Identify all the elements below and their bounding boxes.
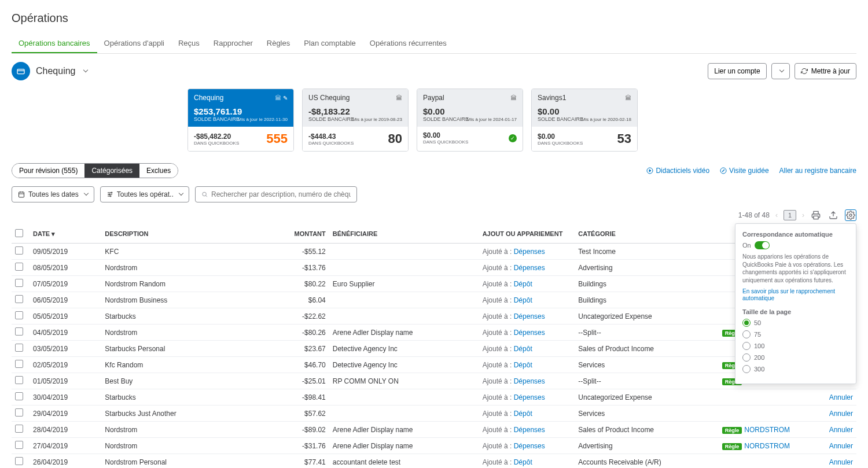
- added-link[interactable]: Dépenses: [514, 312, 545, 320]
- subtab[interactable]: Catégorisées: [84, 164, 139, 178]
- search-input[interactable]: [211, 190, 351, 198]
- added-link[interactable]: Dépenses: [514, 377, 545, 385]
- cancel-link[interactable]: Annuler: [829, 410, 853, 418]
- page-size-option[interactable]: 100: [742, 342, 849, 350]
- cancel-link[interactable]: Annuler: [829, 393, 853, 401]
- table-row[interactable]: 26/04/2019Nordstrom Personal$77.41accoun…: [12, 454, 856, 469]
- page-size-option[interactable]: 300: [742, 365, 849, 373]
- account-card[interactable]: Paypal🏛 $0.00SOLDE BANCAIREMis à jour le…: [417, 89, 523, 152]
- cancel-link[interactable]: Annuler: [829, 442, 853, 450]
- row-checkbox[interactable]: [15, 295, 23, 303]
- added-link[interactable]: Dépenses: [514, 426, 545, 434]
- row-checkbox[interactable]: [15, 441, 23, 449]
- nav-tab[interactable]: Plan comptable: [297, 34, 363, 53]
- added-link[interactable]: Dépôt: [514, 410, 532, 418]
- row-checkbox[interactable]: [15, 246, 23, 255]
- col-ajout[interactable]: AJOUT OU APPARIEMENT: [479, 224, 575, 244]
- table-row[interactable]: 30/04/2019Starbucks-$98.41Ajouté à : Dép…: [12, 389, 856, 406]
- row-checkbox[interactable]: [15, 327, 23, 336]
- auto-match-toggle[interactable]: [755, 241, 770, 249]
- search-box[interactable]: [195, 186, 357, 202]
- added-link[interactable]: Dépenses: [514, 329, 545, 337]
- row-checkbox[interactable]: [15, 392, 23, 400]
- link-account-button[interactable]: Lier un compte: [708, 63, 766, 79]
- added-link[interactable]: Dépôt: [514, 361, 532, 369]
- account-card[interactable]: US Chequing🏛 -$8,183.22SOLDE BANCAIREMis…: [302, 89, 409, 152]
- refresh-button[interactable]: Mettre à jour: [795, 63, 856, 79]
- col-montant[interactable]: MONTANT: [251, 224, 329, 244]
- select-all-checkbox[interactable]: [15, 229, 23, 237]
- rule-link[interactable]: NORDSTROM: [744, 442, 790, 450]
- nav-tab[interactable]: Opérations récurrentes: [363, 34, 454, 53]
- row-checkbox[interactable]: [15, 376, 23, 384]
- added-link[interactable]: Dépenses: [514, 248, 545, 256]
- table-row[interactable]: 09/05/2019KFC-$55.12Ajouté à : DépensesT…: [12, 244, 856, 260]
- col-benef[interactable]: BÉNÉFICIAIRE: [329, 224, 479, 244]
- page-size-label: 50: [754, 319, 761, 326]
- added-link[interactable]: Dépôt: [514, 458, 532, 466]
- page-prev[interactable]: ‹: [775, 211, 778, 219]
- go-to-register-link[interactable]: Aller au registre bancaire: [779, 167, 856, 175]
- table-row[interactable]: 07/05/2019Nordstrom Random$80.22Euro Sup…: [12, 276, 856, 292]
- guided-tour-link[interactable]: Visite guidée: [720, 167, 769, 175]
- cell-benef: [329, 260, 479, 276]
- subtab[interactable]: Exclues: [139, 164, 178, 178]
- subtab[interactable]: Pour révision (555): [12, 164, 84, 178]
- rule-link[interactable]: NORDSTROM: [744, 426, 790, 434]
- link-account-dropdown[interactable]: [771, 63, 790, 79]
- row-checkbox[interactable]: [15, 311, 23, 319]
- export-icon[interactable]: [827, 209, 839, 221]
- table-row[interactable]: 04/05/2019Nordstrom-$80.26Arene Adler Di…: [12, 325, 856, 341]
- cell-desc: KFC: [101, 244, 251, 260]
- learn-more-link[interactable]: En savoir plus sur le rapprochement auto…: [742, 288, 835, 301]
- table-row[interactable]: 02/05/2019Kfc Random$46.70Detective Agen…: [12, 357, 856, 373]
- row-checkbox[interactable]: [15, 263, 23, 271]
- row-checkbox[interactable]: [15, 279, 23, 287]
- added-link[interactable]: Dépenses: [514, 442, 545, 450]
- nav-tab[interactable]: Reçus: [171, 34, 207, 53]
- video-tutorials-link[interactable]: Didacticiels vidéo: [646, 167, 709, 175]
- col-date[interactable]: DATE ▾: [30, 224, 101, 244]
- added-link[interactable]: Dépenses: [514, 393, 545, 401]
- added-link[interactable]: Dépôt: [514, 296, 532, 304]
- card-qb-label: DANS QUICKBOOKS: [194, 141, 239, 146]
- added-link[interactable]: Dépenses: [514, 264, 545, 272]
- row-checkbox[interactable]: [15, 457, 23, 465]
- added-link[interactable]: Dépôt: [514, 345, 532, 353]
- print-icon[interactable]: [810, 209, 822, 221]
- account-selector[interactable]: Chequing: [12, 62, 87, 80]
- cancel-link[interactable]: Annuler: [829, 426, 853, 434]
- added-link[interactable]: Dépôt: [514, 280, 532, 288]
- row-checkbox[interactable]: [15, 425, 23, 433]
- settings-gear-icon[interactable]: [845, 209, 856, 221]
- pencil-icon[interactable]: ✎: [283, 95, 288, 101]
- cancel-link[interactable]: Annuler: [829, 458, 853, 466]
- account-card[interactable]: Savings1🏛 $0.00SOLDE BANCAIREMis à jour …: [531, 89, 638, 152]
- col-cat[interactable]: CATÉGORIE: [575, 224, 719, 244]
- page-next[interactable]: ›: [802, 211, 804, 219]
- table-row[interactable]: 01/05/2019Best Buy-$25.01RP COMM ONLY ON…: [12, 373, 856, 389]
- page-size-option[interactable]: 200: [742, 353, 849, 362]
- table-row[interactable]: 06/05/2019Nordstrom Business$6.04Ajouté …: [12, 292, 856, 308]
- account-card[interactable]: Chequing🏛 ✎$253,761.19SOLDE BANCAIREMis …: [187, 89, 294, 152]
- nav-tab[interactable]: Rapprocher: [207, 34, 260, 53]
- table-row[interactable]: 03/05/2019Starbucks Personal$23.67Detect…: [12, 341, 856, 357]
- page-size-option[interactable]: 50: [742, 319, 849, 327]
- nav-tabs: Opérations bancairesOpérations d'appliRe…: [12, 34, 856, 54]
- row-checkbox[interactable]: [15, 408, 23, 417]
- table-row[interactable]: 28/04/2019Nordstrom-$89.02Arene Adler Di…: [12, 422, 856, 438]
- nav-tab[interactable]: Opérations d'appli: [97, 34, 171, 53]
- col-desc[interactable]: DESCRIPTION: [101, 224, 251, 244]
- page-number[interactable]: 1: [784, 210, 796, 220]
- table-row[interactable]: 27/04/2019Nordstrom-$31.76Arene Adler Di…: [12, 438, 856, 454]
- row-checkbox[interactable]: [15, 344, 23, 352]
- ops-filter[interactable]: Toutes les opérat..: [100, 186, 189, 202]
- date-filter[interactable]: Toutes les dates: [12, 186, 94, 202]
- page-size-option[interactable]: 75: [742, 330, 849, 338]
- nav-tab[interactable]: Règles: [260, 34, 297, 53]
- nav-tab[interactable]: Opérations bancaires: [12, 34, 97, 53]
- table-row[interactable]: 08/05/2019Nordstrom-$13.76Ajouté à : Dép…: [12, 260, 856, 276]
- table-row[interactable]: 29/04/2019Starbucks Just Another$57.62Aj…: [12, 406, 856, 422]
- table-row[interactable]: 05/05/2019Starbucks-$22.62Ajouté à : Dép…: [12, 308, 856, 325]
- row-checkbox[interactable]: [15, 360, 23, 368]
